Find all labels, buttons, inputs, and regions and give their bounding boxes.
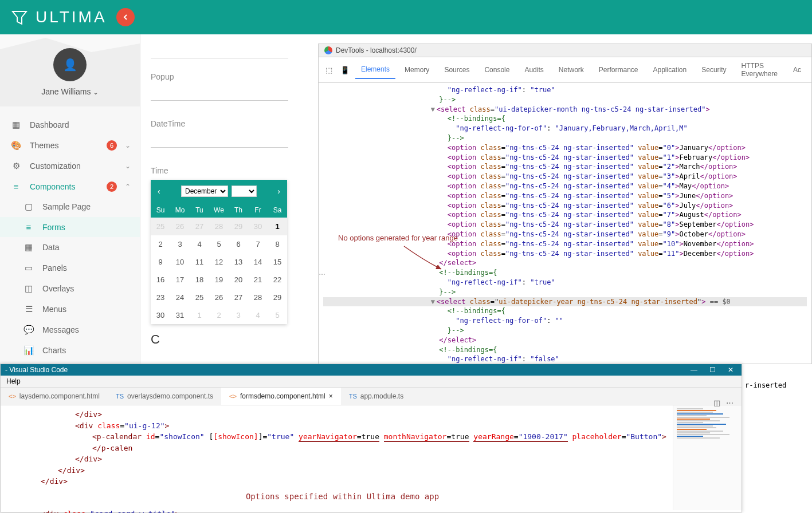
vscode-tab-overlaysdemo.component.ts[interactable]: TSoverlaysdemo.component.ts (108, 388, 221, 405)
devtools-tab-elements[interactable]: Elements (355, 61, 395, 79)
devtools-tab-performance[interactable]: Performance (593, 61, 644, 78)
sidebar-item-panels[interactable]: ▭Panels (0, 258, 140, 278)
devtools-tab-audits[interactable]: Audits (519, 61, 549, 78)
sidebar-item-customization[interactable]: ⚙Customization⌄ (0, 156, 140, 176)
vscode-tab-laysdemo.component.html[interactable]: <>laysdemo.component.html (1, 388, 108, 405)
calendar-day[interactable]: 11 (190, 253, 209, 271)
calendar-day[interactable]: 31 (170, 306, 190, 324)
sidebar-item-dashboard[interactable]: ▦Dashboard (0, 115, 140, 135)
calendar-day[interactable]: 30 (248, 218, 268, 235)
topbar: ULTIMA (0, 0, 812, 34)
calendar-day[interactable]: 1 (190, 306, 209, 324)
calendar-day[interactable]: 13 (229, 253, 248, 271)
close-tab-icon[interactable]: × (329, 392, 333, 400)
device-icon[interactable]: 📱 (338, 66, 352, 74)
sidebar-item-charts[interactable]: 📊Charts (0, 340, 140, 361)
devtools-elements-panel[interactable]: "ng-reflect-ng-if": "true" }--> ▼<select… (319, 83, 811, 368)
devtools-tab-sources[interactable]: Sources (438, 61, 475, 78)
calendar-day[interactable]: 16 (151, 271, 170, 289)
more-icon[interactable]: ⋯ (726, 398, 733, 407)
avatar[interactable]: 👤 (53, 48, 87, 81)
calendar-day[interactable]: 30 (151, 306, 170, 324)
month-select[interactable]: December (181, 186, 228, 197)
calendar-day[interactable]: 2 (151, 235, 170, 253)
calendar-next[interactable]: › (277, 187, 280, 196)
inspect-icon[interactable]: ⬚ (323, 66, 335, 74)
sidebar-item-menus[interactable]: ☰Menus (0, 299, 140, 319)
calendar-day[interactable]: 18 (190, 271, 209, 289)
calendar-day[interactable]: 28 (209, 218, 229, 235)
badge: 6 (107, 140, 117, 151)
year-select[interactable] (232, 186, 257, 197)
minimize-button[interactable]: — (690, 366, 698, 374)
devtools-tab-memory[interactable]: Memory (399, 61, 435, 78)
vscode-tabs: <>laysdemo.component.htmlTSoverlaysdemo.… (1, 388, 742, 405)
calendar-prev[interactable]: ‹ (158, 187, 160, 196)
calendar-day[interactable]: 24 (170, 289, 190, 306)
sample-page-icon: ▢ (23, 202, 34, 212)
calendar-day[interactable]: 10 (170, 253, 190, 271)
devtools-tab-security[interactable]: Security (696, 61, 732, 78)
calendar-day[interactable]: 1 (268, 218, 287, 235)
calendar-day[interactable]: 26 (209, 289, 229, 306)
calendar-day[interactable]: 21 (248, 271, 268, 289)
calendar-day[interactable]: 15 (268, 253, 287, 271)
calendar-day[interactable]: 2 (209, 306, 229, 324)
split-editor-icon[interactable]: ◫ (713, 398, 720, 407)
calendar-day[interactable]: 6 (229, 235, 248, 253)
vscode-menubar[interactable]: Help (1, 376, 742, 388)
calendar-day[interactable]: 17 (170, 271, 190, 289)
datetime-input[interactable] (151, 132, 288, 148)
calendar-day[interactable]: 5 (268, 306, 287, 324)
vscode-tab-formsdemo.component.html[interactable]: <>formsdemo.component.html× (221, 388, 341, 405)
calendar-day[interactable]: 14 (248, 253, 268, 271)
calendar-day[interactable]: 8 (268, 235, 287, 253)
devtools-tab-https everywhere[interactable]: HTTPS Everywhere (736, 57, 784, 82)
calendar-day[interactable]: 27 (190, 218, 209, 235)
calendar-day[interactable]: 4 (248, 306, 268, 324)
close-button[interactable]: ✕ (727, 366, 735, 374)
username-dropdown[interactable]: Jane Williams (0, 87, 140, 96)
sidebar-item-sample-page[interactable]: ▢Sample Page (0, 196, 140, 217)
sidebar-item-data[interactable]: ▦Data (0, 237, 140, 258)
calendar-day[interactable]: 25 (190, 289, 209, 306)
calendar-day[interactable]: 20 (229, 271, 248, 289)
calendar-day[interactable]: 22 (268, 271, 287, 289)
devtools-tab-application[interactable]: Application (648, 61, 693, 78)
calendar-day[interactable]: 7 (248, 235, 268, 253)
sidebar-item-forms[interactable]: ≡Forms (0, 217, 140, 237)
menus-icon: ☰ (23, 304, 34, 314)
calendar-day[interactable]: 3 (170, 235, 190, 253)
calendar-day[interactable]: 5 (209, 235, 229, 253)
devtools-tab-network[interactable]: Network (553, 61, 590, 78)
devtools: DevTools - localhost:4300/ ⬚ 📱 ElementsM… (318, 44, 812, 364)
popup-input[interactable] (151, 85, 288, 101)
calendar-day[interactable]: 12 (209, 253, 229, 271)
calendar-day[interactable]: 29 (268, 289, 287, 306)
calendar-day[interactable]: 26 (170, 218, 190, 235)
devtools-tab-ac[interactable]: Ac (787, 61, 807, 78)
maximize-button[interactable]: ☐ (708, 366, 716, 374)
vscode-minimap[interactable] (673, 405, 742, 510)
calendar-dayhead: We (209, 203, 229, 218)
sidebar-item-components[interactable]: ≡Components2⌃ (0, 176, 140, 196)
sidebar-collapse-button[interactable] (116, 8, 135, 26)
calendar-day[interactable]: 9 (151, 253, 170, 271)
blank-input[interactable] (151, 42, 288, 58)
messages-icon: 💬 (23, 325, 34, 335)
sidebar-item-messages[interactable]: 💬Messages (0, 319, 140, 340)
sidebar-item-label: Menus (42, 305, 66, 314)
sidebar-item-overlays[interactable]: ◫Overlays (0, 278, 140, 299)
calendar-day[interactable]: 29 (229, 218, 248, 235)
sidebar-item-themes[interactable]: 🎨Themes6⌄ (0, 135, 140, 156)
calendar-day[interactable]: 25 (151, 218, 170, 235)
calendar-day[interactable]: 19 (209, 271, 229, 289)
vscode-editor[interactable]: </div> <div class="ui-g-12"> <p-calendar… (1, 405, 673, 510)
devtools-tab-console[interactable]: Console (478, 61, 515, 78)
calendar-day[interactable]: 4 (190, 235, 209, 253)
calendar-day[interactable]: 28 (248, 289, 268, 306)
calendar-day[interactable]: 3 (229, 306, 248, 324)
calendar-day[interactable]: 23 (151, 289, 170, 306)
vscode-tab-app.module.ts[interactable]: TSapp.module.ts (341, 388, 411, 405)
calendar-day[interactable]: 27 (229, 289, 248, 306)
